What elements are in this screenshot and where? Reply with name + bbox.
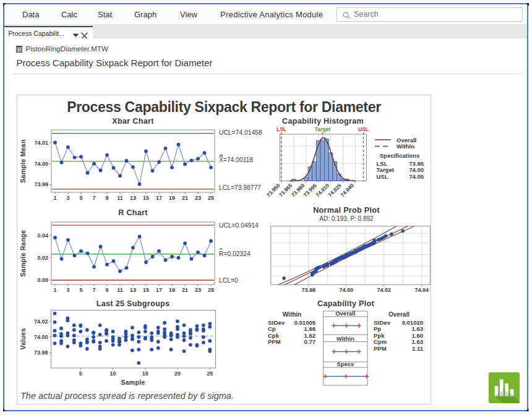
svg-text:Overall: Overall xyxy=(388,311,410,318)
svg-text:9: 9 xyxy=(105,287,108,293)
svg-text:17: 17 xyxy=(156,287,162,293)
svg-text:1.66: 1.66 xyxy=(304,325,316,332)
svg-text:1.11: 1.11 xyxy=(412,345,424,352)
svg-text:UCL=74.01458: UCL=74.01458 xyxy=(219,129,262,136)
svg-text:LSL: LSL xyxy=(277,126,286,132)
svg-text:Ppk: Ppk xyxy=(374,332,385,339)
svg-text:3: 3 xyxy=(66,195,69,201)
svg-text:Sample: Sample xyxy=(121,379,145,386)
svg-text:73.98: 73.98 xyxy=(301,287,315,293)
svg-text:13: 13 xyxy=(130,195,136,201)
svg-text:17: 17 xyxy=(156,195,162,201)
svg-text:0.00: 0.00 xyxy=(37,277,48,283)
svg-text:Cp: Cp xyxy=(268,325,276,332)
svg-text:11: 11 xyxy=(117,287,123,293)
svg-text:Values: Values xyxy=(19,328,27,349)
svg-text:73.98: 73.98 xyxy=(34,349,48,356)
svg-text:0.01020: 0.01020 xyxy=(402,319,423,326)
svg-text:73.99: 73.99 xyxy=(34,181,48,187)
svg-text:74.00: 74.00 xyxy=(409,166,424,173)
svg-text:25: 25 xyxy=(208,195,214,201)
svg-text:Capability Histogram: Capability Histogram xyxy=(282,117,364,126)
svg-text:0.77: 0.77 xyxy=(304,338,316,345)
svg-text:7: 7 xyxy=(92,287,95,293)
svg-text:StDev: StDev xyxy=(268,319,285,326)
svg-text:Cpm: Cpm xyxy=(374,338,387,345)
svg-text:1: 1 xyxy=(53,287,56,293)
svg-text:21: 21 xyxy=(182,287,188,293)
svg-text:PPM: PPM xyxy=(268,338,281,345)
svg-text:9: 9 xyxy=(105,195,108,201)
svg-text:74.02: 74.02 xyxy=(34,319,48,325)
svg-text:Last 25 Subgroups: Last 25 Subgroups xyxy=(97,299,169,308)
svg-text:StDev: StDev xyxy=(374,319,391,326)
svg-text:7: 7 xyxy=(92,195,95,201)
svg-text:74.00: 74.00 xyxy=(34,334,48,340)
svg-text:Within: Within xyxy=(337,335,354,342)
svg-text:Overall: Overall xyxy=(397,137,416,143)
svg-text:Sample Mean: Sample Mean xyxy=(19,139,27,182)
svg-text:23: 23 xyxy=(195,287,201,293)
svg-text:LSL: LSL xyxy=(377,160,388,167)
svg-text:Pp: Pp xyxy=(374,325,381,332)
svg-text:0.04: 0.04 xyxy=(37,233,48,239)
svg-text:Sample Range: Sample Range xyxy=(19,230,27,277)
svg-text:11: 11 xyxy=(117,195,123,201)
svg-text:15: 15 xyxy=(143,287,149,293)
svg-text:1: 1 xyxy=(53,195,56,201)
svg-text:1.63: 1.63 xyxy=(412,338,424,345)
svg-text:Within: Within xyxy=(397,143,414,150)
svg-text:20: 20 xyxy=(174,370,181,377)
svg-text:Specifications: Specifications xyxy=(380,152,419,159)
svg-text:0.02: 0.02 xyxy=(37,255,48,261)
svg-text:R Chart: R Chart xyxy=(118,208,148,217)
svg-text:74.00: 74.00 xyxy=(339,287,353,293)
svg-text:5: 5 xyxy=(79,195,82,201)
svg-text:1.62: 1.62 xyxy=(304,332,316,339)
svg-text:19: 19 xyxy=(169,287,175,293)
svg-text:AD: 0.193, P: 0.892: AD: 0.193, P: 0.892 xyxy=(319,215,374,222)
svg-text:Specs: Specs xyxy=(337,361,354,367)
svg-text:15: 15 xyxy=(143,195,149,201)
svg-text:Target: Target xyxy=(377,166,395,173)
svg-text:USL: USL xyxy=(377,173,388,180)
svg-text:5: 5 xyxy=(79,370,82,377)
svg-text:USL: USL xyxy=(358,126,369,132)
svg-text:Cpk: Cpk xyxy=(268,332,280,339)
svg-text:74.01: 74.01 xyxy=(34,140,48,146)
svg-text:10: 10 xyxy=(110,370,116,377)
svg-text:R=0.02324: R=0.02324 xyxy=(219,250,251,257)
svg-text:73.95: 73.95 xyxy=(409,160,424,167)
svg-text:21: 21 xyxy=(182,195,188,201)
svg-text:23: 23 xyxy=(195,195,201,201)
svg-text:LCL=73.98777: LCL=73.98777 xyxy=(219,184,261,191)
svg-text:25: 25 xyxy=(208,287,214,293)
svg-text:X=74.00118: X=74.00118 xyxy=(219,156,253,163)
svg-text:15: 15 xyxy=(142,370,148,377)
svg-text:Xbar Chart: Xbar Chart xyxy=(112,117,154,126)
svg-text:74.040: 74.040 xyxy=(339,182,355,199)
svg-text:74.04: 74.04 xyxy=(414,287,429,293)
svg-text:19: 19 xyxy=(169,195,175,201)
svg-text:Normal Prob Plot: Normal Prob Plot xyxy=(313,206,380,215)
svg-text:Overall: Overall xyxy=(335,310,355,317)
svg-text:1.60: 1.60 xyxy=(412,332,424,339)
svg-text:74.02: 74.02 xyxy=(377,287,391,293)
svg-text:Capability Plot: Capability Plot xyxy=(317,299,374,308)
svg-text:0.01005: 0.01005 xyxy=(294,319,316,326)
svg-text:25: 25 xyxy=(207,370,213,377)
svg-text:74.00: 74.00 xyxy=(34,161,48,167)
svg-text:13: 13 xyxy=(130,287,136,293)
svg-text:Within: Within xyxy=(283,311,301,318)
svg-text:UCL=0.04914: UCL=0.04914 xyxy=(219,222,259,229)
svg-text:LCL=0: LCL=0 xyxy=(219,277,238,284)
svg-text:PPM: PPM xyxy=(374,345,387,352)
svg-text:5: 5 xyxy=(79,287,82,293)
svg-text:Target: Target xyxy=(315,126,331,132)
svg-text:3: 3 xyxy=(66,287,69,293)
svg-text:1.63: 1.63 xyxy=(412,325,424,332)
svg-text:74.05: 74.05 xyxy=(409,173,424,180)
